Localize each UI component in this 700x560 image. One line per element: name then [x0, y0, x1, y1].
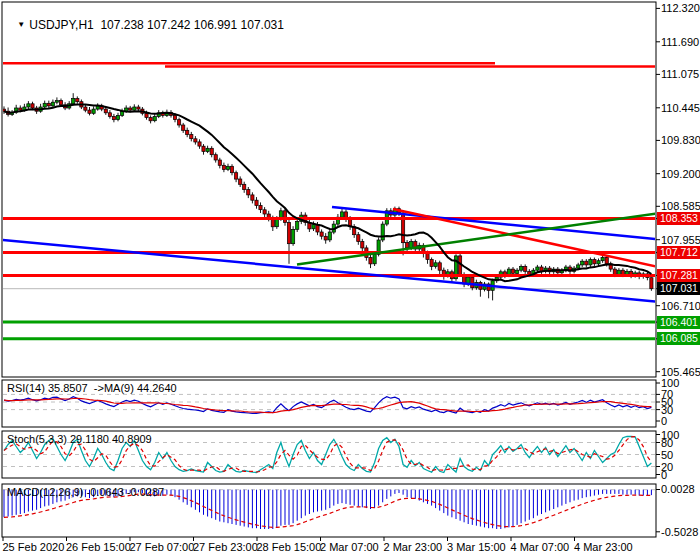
candle — [511, 269, 514, 273]
candle — [230, 166, 233, 172]
candle — [597, 261, 600, 264]
price-badge: 106.401 — [657, 316, 700, 329]
candle — [27, 104, 30, 107]
macd-scale-label: -0.5028 — [661, 526, 698, 538]
candle — [283, 211, 286, 223]
candle — [72, 99, 75, 104]
stoch-indicator-label: Stoch(5,3,3) 29.1180 40.8909 — [7, 433, 152, 445]
candle — [621, 270, 624, 274]
price-axis-label: 106.710 — [661, 300, 700, 312]
candle — [92, 109, 95, 113]
price-axis-label: 109.830 — [661, 134, 700, 146]
macd-scale-label: 0.0028 — [661, 483, 695, 495]
candle — [137, 107, 140, 109]
candle — [222, 165, 225, 169]
candle — [585, 261, 588, 265]
candle — [650, 278, 653, 289]
candle — [198, 142, 201, 146]
candle — [76, 99, 79, 102]
candle — [255, 200, 258, 205]
candle — [471, 277, 474, 288]
candle — [116, 115, 119, 119]
candle — [247, 190, 250, 195]
candle — [112, 117, 115, 120]
stoch-scale-label: 0 — [661, 469, 667, 481]
time-axis-label: 4 Mar 23:00 — [574, 541, 633, 553]
candle — [47, 103, 50, 106]
candle — [287, 223, 290, 244]
candle — [613, 269, 616, 274]
candle — [617, 270, 620, 274]
price-axis-label: 109.200 — [661, 168, 700, 180]
candle — [55, 101, 58, 103]
candle — [251, 195, 254, 200]
price-badge: 108.353 — [657, 212, 700, 225]
chart-window: ▼USDJPY,H1 107.238 107.242 106.991 107.0… — [0, 0, 700, 560]
rsi-scale-label: 30 — [661, 404, 673, 416]
candle — [361, 242, 364, 248]
time-axis-label: 28 Feb 15:00 — [257, 541, 322, 553]
chart-title-text: USDJPY,H1 107.238 107.242 106.991 107.03… — [29, 18, 284, 32]
candle — [516, 270, 519, 273]
candle — [320, 232, 323, 236]
stoch-scale-label: 50 — [661, 449, 673, 461]
candle — [202, 146, 205, 151]
candle — [426, 253, 429, 259]
candle — [153, 117, 156, 121]
candle — [581, 261, 584, 265]
rsi-indicator-label: RSI(14) 35.8507 ->MA(9) 44.2640 — [7, 382, 177, 394]
time-axis-label: 3 Mar 15:00 — [447, 541, 506, 553]
time-axis-label: 26 Feb 15:00 — [66, 541, 131, 553]
price-badge: 107.281 — [657, 269, 700, 282]
candle — [235, 173, 238, 179]
candle — [59, 101, 62, 105]
candle — [88, 110, 91, 113]
candle — [129, 108, 132, 110]
candle — [31, 104, 34, 108]
candle — [259, 206, 262, 210]
candle — [434, 263, 437, 267]
price-axis-label: 107.955 — [661, 234, 700, 246]
time-axis-label: 2 Mar 07:00 — [320, 541, 379, 553]
candle — [43, 103, 46, 107]
candle — [520, 267, 523, 271]
candle — [145, 113, 148, 117]
time-axis-label: 4 Mar 07:00 — [511, 541, 570, 553]
candle — [149, 118, 152, 121]
candle — [173, 115, 176, 119]
candle — [369, 258, 372, 264]
candle — [194, 139, 197, 142]
candle — [214, 155, 217, 160]
candle — [19, 108, 22, 110]
candle — [210, 148, 213, 154]
time-axis-label: 27 Feb 07:00 — [130, 541, 195, 553]
rsi-scale-label: 0 — [661, 415, 667, 427]
candle — [243, 184, 246, 189]
candle — [182, 125, 185, 130]
candle — [438, 263, 441, 270]
price-axis-label: 110.445 — [661, 102, 700, 114]
price-axis-label: 112.320 — [661, 2, 700, 14]
price-badge: 106.085 — [657, 332, 700, 345]
price-axis-label: 111.075 — [661, 68, 699, 80]
candle — [577, 265, 580, 268]
candle — [190, 135, 193, 139]
time-axis-label: 27 Feb 23:00 — [193, 541, 258, 553]
candle — [108, 113, 111, 117]
chart-title: ▼USDJPY,H1 107.238 107.242 106.991 107.0… — [4, 4, 284, 46]
macd-indicator-label: MACD(12,26,9) -0.0643 -0.0287 — [7, 486, 164, 498]
price-axis-label: 108.585 — [661, 200, 700, 212]
candle — [292, 229, 295, 243]
candle — [524, 267, 527, 272]
candle — [239, 179, 242, 184]
candle — [263, 210, 266, 214]
candle — [593, 260, 596, 264]
time-axis-label: 2 Mar 23:00 — [384, 541, 443, 553]
candle — [51, 102, 54, 106]
candle — [340, 212, 343, 217]
candle — [226, 166, 229, 169]
price-axis-label: 105.465 — [661, 366, 700, 378]
chart-canvas[interactable] — [0, 0, 700, 560]
candle — [373, 254, 376, 263]
collapse-triangle-icon[interactable]: ▼ — [17, 20, 25, 29]
